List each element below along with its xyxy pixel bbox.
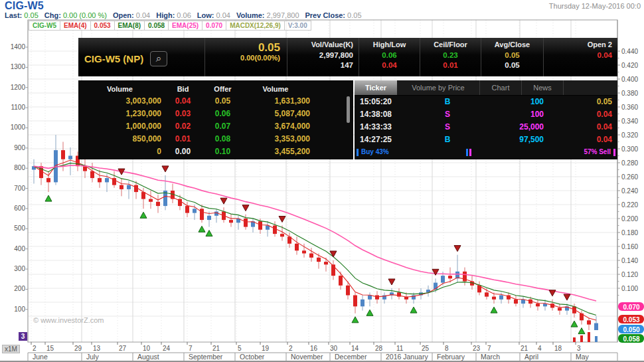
trade-row: 14:38:08S1000.04 (355, 108, 617, 121)
svg-text:0.120: 0.120 (621, 271, 638, 278)
sell-signal-icon (549, 290, 556, 296)
legend-item-ema-8-: EMA(8) (114, 21, 145, 31)
right-axis: 0.1000.1200.1400.1600.1800.2000.2200.240… (617, 48, 638, 296)
sell-bar-marker (613, 149, 615, 156)
svg-text:2016 January: 2016 January (386, 353, 428, 361)
buy-sell-ratio-bar: Buy 43% 57% Sell (355, 148, 617, 157)
svg-text:29: 29 (74, 345, 82, 352)
svg-text:November: November (291, 353, 323, 361)
svg-text:0.050: 0.050 (623, 326, 639, 333)
ema-25-line (34, 165, 596, 301)
svg-text:0.260: 0.260 (621, 173, 638, 181)
svg-text:13: 13 (93, 345, 101, 352)
svg-text:0.320: 0.320 (621, 132, 638, 139)
svg-text:0.140: 0.140 (621, 257, 638, 264)
tab-ticker[interactable]: Ticker (355, 80, 397, 95)
market-depth-panel: VolumeBidOfferVolume3,003,0000.040.051,6… (78, 80, 353, 159)
pane-badge[interactable]: 3 (19, 332, 27, 341)
svg-text:0.240: 0.240 (621, 187, 638, 195)
buy-bar-marker (357, 149, 359, 156)
svg-text:0.180: 0.180 (621, 229, 638, 236)
info-col-avg-close: Avg/Close0.050.05 (481, 38, 543, 76)
ticker-tabs: TickerVolume by PriceChartNews (355, 80, 617, 96)
tab-news[interactable]: News (522, 80, 564, 95)
sell-signal-icon (220, 198, 227, 204)
svg-text:0.070: 0.070 (623, 304, 639, 311)
watermark: © www.investorZ.com (33, 316, 104, 324)
svg-text:0.300: 0.300 (621, 145, 638, 153)
svg-text:900: 900 (14, 144, 25, 151)
svg-text:27: 27 (119, 345, 127, 352)
svg-text:28: 28 (375, 345, 383, 352)
svg-text:1000: 1000 (11, 124, 26, 131)
trade-row: 15:05:20B1000.05 (355, 96, 617, 108)
svg-text:0.160: 0.160 (621, 243, 638, 250)
svg-text:400: 400 (14, 245, 25, 252)
sell-signal-icon (564, 294, 570, 300)
svg-text:300: 300 (14, 265, 25, 272)
tab-volume-by-price[interactable]: Volume by Price (397, 80, 480, 95)
instrument-name: CIG-W5 (NP) (84, 53, 143, 64)
info-col-high-low: High/Low0.060.04 (359, 38, 420, 76)
depth-row[interactable]: 00.000.103,455,200 (78, 145, 353, 158)
svg-text:0.280: 0.280 (621, 159, 638, 167)
svg-text:May: May (576, 353, 590, 361)
svg-text:2: 2 (289, 345, 293, 352)
svg-text:18: 18 (554, 345, 562, 352)
buy-signal-icon (45, 195, 52, 201)
svg-text:14: 14 (351, 345, 359, 352)
sell-signal-icon (330, 251, 337, 257)
left-axis: 1002003004005006007008009001000110012001… (11, 43, 28, 313)
last-price: 0.05 (205, 42, 280, 54)
svg-text:February: February (437, 353, 465, 361)
svg-text:16: 16 (310, 345, 318, 352)
legend-item-v-3-00: V:3.00 (284, 21, 311, 31)
ticker-panel: TickerVolume by PriceChartNews 15:05:20B… (355, 80, 617, 159)
svg-text:0.100: 0.100 (621, 285, 638, 292)
buy-signal-icon (366, 310, 373, 316)
trade-row: 14:27:25B97,5000.04 (355, 134, 617, 146)
svg-text:23: 23 (473, 345, 481, 352)
svg-text:30: 30 (330, 345, 338, 352)
info-col-vol-value-k-: Vol/Value(K)2,997,800147 (287, 38, 359, 76)
buy-signal-icon (199, 226, 205, 232)
svg-text:0.420: 0.420 (621, 62, 638, 69)
svg-text:600: 600 (14, 205, 25, 212)
ema-4-line (34, 160, 596, 320)
svg-text:21: 21 (212, 345, 220, 352)
svg-text:September: September (189, 353, 223, 361)
depth-row[interactable]: 1,230,0000.030.065,087,400 (78, 108, 353, 120)
svg-text:July: July (86, 353, 99, 361)
legend-item-ema-25-: EMA(25) (168, 21, 202, 31)
buy-signal-icon (352, 317, 359, 323)
svg-text:August: August (137, 353, 159, 361)
ema-8-line (34, 163, 596, 316)
depth-header-row: VolumeBidOfferVolume (78, 83, 353, 95)
depth-row[interactable]: 1,000,0000.020.073,674,000 (78, 120, 353, 133)
svg-text:5: 5 (238, 345, 242, 352)
depth-row[interactable]: 850,0000.010.083,353,000 (78, 133, 353, 145)
svg-text:700: 700 (14, 185, 25, 192)
sell-percent: 57% Sell (584, 148, 611, 155)
svg-text:2: 2 (33, 345, 37, 352)
price-change: 0.00(0.00%) (205, 54, 280, 62)
svg-text:March: March (481, 353, 500, 361)
svg-text:0.400: 0.400 (621, 76, 638, 83)
svg-text:8: 8 (445, 345, 449, 352)
tab-chart[interactable]: Chart (480, 80, 522, 95)
volume-axis-unit: x1M (2, 345, 20, 353)
svg-text:21: 21 (521, 345, 528, 352)
svg-text:1300: 1300 (11, 63, 26, 70)
buy-signal-icon (578, 328, 585, 334)
signal-markers-layer (45, 153, 585, 334)
chart-legend: CIG-W5EMA(4)0.053EMA(8)0.058EMA(25)0.070… (29, 21, 311, 31)
depth-row[interactable]: 3,003,0000.040.051,631,300 (78, 95, 353, 108)
search-icon[interactable]: ⌕ (150, 51, 167, 66)
svg-text:15: 15 (46, 345, 54, 352)
info-col-open-2: Open 20.04 (543, 38, 617, 76)
svg-text:0.380: 0.380 (621, 90, 638, 97)
depth-scrollbar[interactable] (347, 96, 350, 123)
svg-text:0.220: 0.220 (621, 201, 638, 209)
svg-text:7: 7 (189, 345, 193, 352)
svg-text:800: 800 (14, 164, 25, 171)
